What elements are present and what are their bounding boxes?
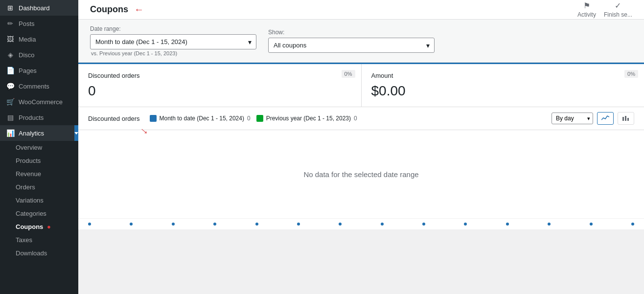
- sidebar-item-products[interactable]: ▤ Products: [0, 110, 78, 125]
- chart-dot: [297, 223, 300, 226]
- pages-icon: 📄: [6, 67, 15, 74]
- filter-red-arrow: ↑: [78, 34, 79, 47]
- filters-bar: Date range: Month to date (Dec 1 - 15, 2…: [78, 20, 644, 63]
- chart-dot: [172, 223, 175, 226]
- discounted-orders-badge: 0%: [342, 70, 355, 78]
- sidebar-item-pages[interactable]: 📄 Pages: [0, 63, 78, 78]
- sidebar-item-dashboard[interactable]: ⊞ Dashboard: [0, 0, 78, 16]
- sidebar: ⊞ Dashboard ✏ Posts 🖼 Media ◈ Disco 📄 Pa…: [0, 0, 78, 294]
- activity-button[interactable]: ⚑ Activity: [577, 1, 596, 18]
- prev-period-legend: Previous year (Dec 1 - 15, 2023) 0: [256, 115, 357, 122]
- coupons-red-dot: ●: [47, 223, 51, 230]
- finish-setup-button[interactable]: ✓ Finish se...: [604, 1, 632, 18]
- discounted-orders-title: Discounted orders: [88, 72, 351, 79]
- show-label: Show:: [268, 29, 435, 36]
- amount-value: $0.00: [371, 83, 635, 99]
- date-range-wrapper: Month to date (Dec 1 - 15, 2024) ▾ vs. P…: [90, 34, 256, 56]
- topbar-right-actions: ⚑ Activity ✓ Finish se...: [577, 1, 632, 18]
- subnav-overview[interactable]: Overview: [0, 141, 78, 154]
- subnav-revenue[interactable]: Revenue: [0, 167, 78, 181]
- chart-controls-row: Discounted orders Month to date (Dec 1 -…: [78, 107, 644, 130]
- chart-container: ↑ No data for the selected date range: [78, 130, 644, 229]
- chart-dot: [130, 223, 133, 226]
- activity-flag-icon: ⚑: [583, 1, 590, 10]
- sidebar-item-media[interactable]: 🖼 Media: [0, 31, 78, 47]
- sidebar-item-label: WooCommerce: [19, 98, 63, 106]
- svg-rect-1: [625, 116, 626, 121]
- date-range-filter-group: Date range: Month to date (Dec 1 - 15, 2…: [90, 25, 256, 56]
- main-content: Coupons ← ⚑ Activity ✓ Finish se... Date…: [78, 0, 644, 294]
- analytics-collapse-arrow: [74, 125, 78, 141]
- chart-dot: [381, 223, 384, 226]
- chart-dot: [548, 223, 551, 226]
- current-period-value: 0: [247, 115, 251, 122]
- stat-discounted-orders: Discounted orders 0 0%: [78, 64, 362, 107]
- subnav-taxes[interactable]: Taxes: [0, 233, 78, 247]
- posts-icon: ✏: [6, 20, 15, 27]
- comments-icon: 💬: [6, 82, 15, 90]
- date-range-subtext: vs. Previous year (Dec 1 - 15, 2023): [90, 50, 256, 56]
- sidebar-analytics-label: Analytics: [19, 130, 44, 137]
- stats-row: Discounted orders 0 0% Amount $0.00 0%: [78, 64, 644, 107]
- prev-period-label: Previous year (Dec 1 - 15, 2023): [266, 115, 351, 122]
- sidebar-item-label: Pages: [19, 67, 37, 74]
- no-data-message: No data for the selected date range: [303, 170, 418, 179]
- current-period-label: Month to date (Dec 1 - 15, 2024): [160, 115, 244, 122]
- by-day-wrapper: By day By week By month ▾: [552, 113, 593, 124]
- analytics-subnav: Overview Products Revenue Orders Variati…: [0, 141, 78, 260]
- bar-chart-icon: [622, 115, 630, 121]
- analytics-icon: 📊: [6, 129, 15, 137]
- subnav-coupons[interactable]: Coupons ●: [0, 220, 78, 233]
- dashboard-icon: ⊞: [6, 4, 15, 12]
- sidebar-item-posts[interactable]: ✏ Posts: [0, 16, 78, 31]
- chart-dot: [255, 223, 258, 226]
- chart-row-label: Discounted orders: [88, 115, 140, 122]
- subnav-orders[interactable]: Orders: [0, 181, 78, 194]
- prev-period-checkbox[interactable]: [256, 115, 263, 122]
- chart-dot: [88, 223, 91, 226]
- chart-dot: [422, 223, 425, 226]
- stats-chart-panel: Discounted orders 0 0% Amount $0.00 0% D…: [78, 63, 644, 229]
- sidebar-item-label: Dashboard: [19, 4, 50, 12]
- subnav-categories[interactable]: Categories: [0, 207, 78, 220]
- activity-label: Activity: [577, 11, 596, 18]
- chart-right-controls: By day By week By month ▾: [552, 112, 634, 125]
- amount-badge: 0%: [624, 70, 638, 78]
- subnav-variations[interactable]: Variations: [0, 194, 78, 207]
- current-period-checkbox[interactable]: [150, 115, 157, 122]
- sidebar-item-label: Comments: [19, 83, 49, 90]
- date-range-select-wrapper: Month to date (Dec 1 - 15, 2024) ▾: [90, 34, 256, 49]
- amount-title: Amount: [371, 72, 635, 79]
- subnav-downloads[interactable]: Downloads: [0, 247, 78, 260]
- current-period-legend: Month to date (Dec 1 - 15, 2024) 0: [150, 115, 251, 122]
- sidebar-item-label: Posts: [19, 20, 35, 27]
- chart-dot: [464, 223, 467, 226]
- page-title: Coupons: [90, 4, 128, 15]
- sidebar-item-label: Products: [19, 114, 44, 121]
- chart-dot: [506, 223, 509, 226]
- disco-icon: ◈: [6, 51, 15, 59]
- line-chart-button[interactable]: [597, 112, 614, 125]
- woocommerce-icon: 🛒: [6, 98, 15, 106]
- date-range-select[interactable]: Month to date (Dec 1 - 15, 2024): [90, 34, 256, 49]
- line-chart-icon: [601, 115, 609, 121]
- sidebar-item-disco[interactable]: ◈ Disco: [0, 47, 78, 63]
- sidebar-item-analytics[interactable]: 📊 Analytics: [0, 125, 78, 141]
- chart-area: No data for the selected date range: [78, 130, 644, 218]
- finish-setup-icon: ✓: [615, 1, 621, 10]
- subnav-products[interactable]: Products: [0, 154, 78, 167]
- svg-rect-0: [622, 117, 624, 121]
- title-red-arrow: ←: [134, 4, 144, 15]
- date-range-label: Date range:: [90, 25, 256, 32]
- products-icon: ▤: [6, 113, 15, 121]
- sidebar-item-label: Disco: [19, 51, 35, 59]
- sidebar-item-comments[interactable]: 💬 Comments: [0, 78, 78, 94]
- by-day-select[interactable]: By day By week By month: [552, 113, 593, 124]
- show-select[interactable]: All coupons Specific coupons: [268, 38, 435, 53]
- sidebar-item-woocommerce[interactable]: 🛒 WooCommerce: [0, 94, 78, 110]
- media-icon: 🖼: [6, 35, 15, 43]
- chart-dot: [213, 223, 216, 226]
- bar-chart-button[interactable]: [618, 112, 634, 125]
- chart-dot: [631, 223, 634, 226]
- finish-setup-label: Finish se...: [604, 11, 632, 18]
